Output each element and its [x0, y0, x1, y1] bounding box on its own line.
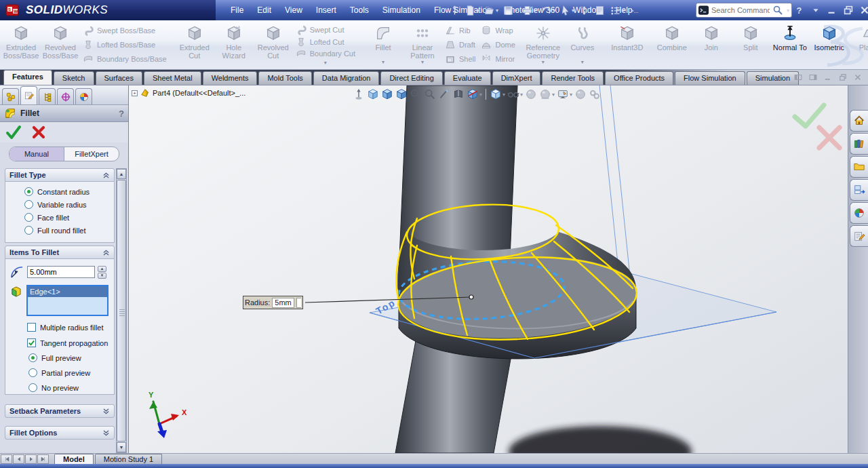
radio-constant-radius[interactable]: Constant radius: [24, 187, 114, 196]
section-book-icon[interactable]: [452, 88, 465, 100]
ribbon-button-reference-geometry[interactable]: Reference Geometry▾: [524, 22, 563, 68]
radio-dot-icon[interactable]: [28, 353, 37, 362]
study-tab-motion-study-1[interactable]: Motion Study 1: [95, 454, 162, 464]
appearances-scenes-tab[interactable]: [850, 202, 868, 224]
ribbon-button-rib[interactable]: Rib: [445, 24, 475, 37]
print-icon[interactable]: ▾: [520, 2, 538, 18]
checkbox-tangent-propagation[interactable]: Tangent propagation: [27, 338, 111, 347]
pin-icon[interactable]: [448, 2, 462, 18]
menu-tools[interactable]: Tools: [343, 3, 376, 18]
caret-icon[interactable]: ▾: [542, 58, 545, 66]
tab-simulation[interactable]: Simulation: [747, 71, 799, 85]
select-pointer-icon[interactable]: ▾: [558, 2, 576, 18]
link-icon[interactable]: [577, 2, 591, 18]
hide-show-icon[interactable]: ▾: [507, 88, 523, 100]
caret-icon[interactable]: ▾: [553, 7, 555, 14]
radio-dot-icon[interactable]: [28, 383, 37, 392]
part-body[interactable]: [395, 85, 639, 453]
close-icon[interactable]: [859, 4, 868, 16]
fillet-options-header[interactable]: Fillet Options: [5, 426, 115, 440]
scroll-thumb[interactable]: [117, 180, 126, 442]
checkbox-multiple-radius-fillet[interactable]: Multiple radius fillet: [27, 323, 111, 332]
resources-home-tab[interactable]: [850, 110, 868, 132]
radio-dot-icon[interactable]: [24, 213, 33, 222]
ribbon-button-draft[interactable]: Draft: [445, 38, 475, 52]
caret-icon[interactable]: ▾: [421, 58, 424, 66]
open-document-icon[interactable]: ▾: [482, 2, 500, 18]
caret-icon[interactable]: ▾: [382, 58, 384, 66]
configurationmanager-tab[interactable]: [39, 88, 56, 104]
tab-direct-editing[interactable]: Direct Editing: [380, 71, 442, 85]
tab-mold-tools[interactable]: Mold Tools: [258, 71, 311, 85]
menu-view[interactable]: View: [278, 3, 309, 18]
view-orientation-arrow-icon[interactable]: [353, 88, 365, 100]
part-tree-label[interactable]: Part4 (Default<<Default>_...: [153, 89, 245, 97]
ribbon-button-swept-boss-base[interactable]: Swept Boss/Base: [83, 24, 167, 37]
tab-weldments[interactable]: Weldments: [203, 71, 258, 85]
caret-icon[interactable]: ▾: [515, 7, 517, 14]
close-icon[interactable]: [853, 73, 863, 82]
search-caret-icon[interactable]: ▾: [787, 7, 789, 14]
radio-face-fillet[interactable]: Face fillet: [24, 213, 114, 222]
options-list-icon[interactable]: ▾: [608, 2, 626, 18]
tab-features[interactable]: Features: [3, 70, 52, 85]
more-icon[interactable]: >...: [627, 2, 642, 18]
design-library-tab[interactable]: [850, 133, 868, 155]
scroll-up-button[interactable]: ▲: [117, 169, 126, 179]
tab-sketch[interactable]: Sketch: [54, 71, 94, 85]
camera-sphere-icon[interactable]: [574, 88, 587, 100]
confirmation-corner[interactable]: [795, 105, 840, 148]
checkbox-icon[interactable]: [27, 323, 36, 332]
ribbon-button-extruded-boss-base[interactable]: Extruded Boss/Base: [1, 22, 41, 68]
help-icon[interactable]: ?: [793, 4, 806, 16]
minimize-icon[interactable]: [823, 73, 833, 82]
ribbon-button-instant3d[interactable]: Instant3D: [608, 22, 647, 68]
propertymanager-tab[interactable]: [20, 86, 37, 104]
graphics-viewport[interactable]: Top: [129, 85, 848, 453]
caret-icon[interactable]: ▾: [502, 92, 505, 98]
caret-icon[interactable]: ▾: [477, 7, 479, 14]
rebuild-gears-icon[interactable]: [589, 88, 601, 100]
prev-icon[interactable]: [13, 454, 24, 464]
menu-insert[interactable]: Insert: [309, 3, 343, 18]
section-view-icon[interactable]: ▾: [467, 88, 482, 100]
ribbon-button-boundary-cut[interactable]: Boundary Cut: [296, 47, 355, 60]
filletxpert-mode-button[interactable]: FilletXpert: [64, 147, 119, 161]
file-explorer-tab[interactable]: [850, 156, 868, 178]
ribbon-button-dome[interactable]: Dome: [481, 38, 515, 52]
radio-dot-icon[interactable]: [24, 187, 33, 196]
tab-office-products[interactable]: Office Products: [605, 71, 673, 85]
tab-flow-simulation[interactable]: Flow Simulation: [675, 71, 745, 85]
ribbon-button-boundary-boss-base[interactable]: Boundary Boss/Base: [83, 52, 167, 66]
items-to-fillet-header[interactable]: Items To Fillet: [5, 246, 115, 259]
ribbon-button-hole-wizard[interactable]: Hole Wizard: [214, 22, 254, 68]
restore-icon[interactable]: [838, 73, 848, 82]
edge-selection-list[interactable]: Edge<1>: [26, 285, 108, 316]
pane-right-icon[interactable]: [808, 73, 818, 82]
view-palette-tab[interactable]: [850, 179, 868, 201]
ribbon-button-revolved-cut[interactable]: Revolved Cut: [254, 22, 293, 68]
tree-expand-icon[interactable]: +: [132, 90, 138, 96]
tab-evaluate[interactable]: Evaluate: [444, 71, 491, 85]
caret-icon[interactable]: ▾: [520, 92, 523, 98]
ribbon-button-linear-pattern[interactable]: Linear Pattern▾: [403, 22, 442, 68]
tab-sheet-metal[interactable]: Sheet Metal: [144, 71, 201, 85]
caret-icon[interactable]: ▾: [296, 60, 355, 66]
caret-icon[interactable]: ▾: [581, 58, 584, 66]
edge-list-item[interactable]: Edge<1>: [28, 286, 107, 297]
ribbon-button-wrap[interactable]: Wrap: [481, 24, 515, 37]
ribbon-button-split[interactable]: Split: [731, 22, 770, 68]
menu-simulation[interactable]: Simulation: [376, 3, 427, 18]
appearance-sphere-icon[interactable]: [525, 88, 537, 100]
undo-icon[interactable]: ▾: [539, 2, 557, 18]
search-commands-box[interactable]: ▾: [696, 3, 792, 18]
spin-up-button[interactable]: ▲: [98, 266, 106, 272]
callout-value-field[interactable]: 5mm: [272, 298, 294, 308]
search-input[interactable]: [711, 6, 770, 14]
featuremanager-tab[interactable]: [2, 88, 19, 104]
caret-icon[interactable]: ▾: [496, 7, 498, 14]
save-icon[interactable]: ▾: [501, 2, 519, 18]
search-magnifier-icon[interactable]: [772, 5, 783, 16]
zoom-fit-cube-icon[interactable]: [367, 88, 379, 100]
setback-parameters-header[interactable]: Setback Parameters: [5, 404, 115, 418]
